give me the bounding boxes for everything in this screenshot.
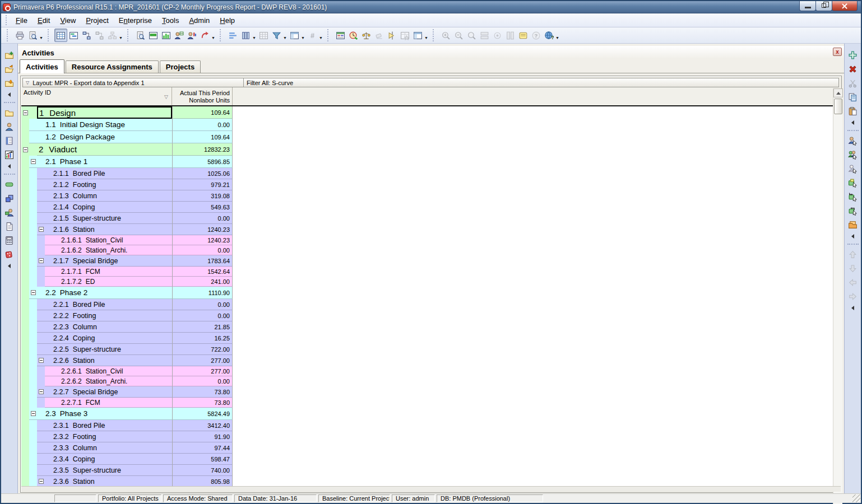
resource-usage-button[interactable] bbox=[173, 29, 186, 42]
collapse-toolbar-button[interactable] bbox=[1, 92, 17, 97]
actual-this-period-nonlabor-units-cell[interactable]: 740.00 bbox=[172, 465, 233, 476]
activity-id-cell[interactable]: 2.2.6Station bbox=[37, 355, 172, 366]
actual-this-period-nonlabor-units-cell[interactable]: 73.80 bbox=[172, 386, 233, 398]
level-resources-button[interactable] bbox=[360, 29, 373, 42]
table-row[interactable]: 2.2.6.2Station_Archi.0.00 bbox=[21, 376, 233, 386]
table-row[interactable]: 2.2.6Station277.00 bbox=[21, 355, 233, 366]
actual-this-period-nonlabor-units-cell[interactable]: 1110.90 bbox=[172, 287, 233, 299]
copy-button[interactable] bbox=[846, 90, 860, 104]
menu-help[interactable]: Help bbox=[215, 15, 240, 26]
actual-this-period-nonlabor-units-cell[interactable]: 1240.23 bbox=[172, 224, 233, 235]
activity-id-cell[interactable]: 2.2.4Coping bbox=[37, 333, 172, 344]
collapse-expander[interactable] bbox=[39, 389, 44, 394]
online-help-button[interactable]: ? bbox=[543, 29, 555, 42]
actual-this-period-nonlabor-units-cell[interactable]: 1025.06 bbox=[172, 168, 233, 179]
menu-file[interactable]: File bbox=[11, 15, 33, 26]
collapse-expander[interactable] bbox=[39, 258, 44, 263]
activity-id-cell[interactable]: 1.1Initial Design Stage bbox=[29, 119, 172, 131]
table-row[interactable]: 2.3.6Station805.98 bbox=[21, 476, 233, 487]
activity-id-cell[interactable]: 2.1.4Coping bbox=[37, 202, 172, 213]
activity-id-cell[interactable]: 2.3Phase 3 bbox=[29, 408, 172, 420]
actual-this-period-nonlabor-units-cell[interactable]: 319.08 bbox=[172, 190, 233, 202]
table-row[interactable]: 2.1.6.2Station_Archi.0.00 bbox=[21, 245, 233, 255]
tab-resource-assignments[interactable]: Resource Assignments bbox=[66, 60, 159, 73]
table-row[interactable]: 2.3.5Super-structure740.00 bbox=[21, 465, 233, 476]
group-and-sort-button[interactable] bbox=[226, 29, 239, 42]
columns-button[interactable] bbox=[239, 29, 252, 42]
collapse-toolbar-button[interactable] bbox=[845, 234, 861, 239]
close-window-button[interactable] bbox=[832, 1, 858, 11]
collapse-expander[interactable] bbox=[23, 147, 28, 152]
actual-this-period-nonlabor-units-cell[interactable]: 979.21 bbox=[172, 179, 233, 190]
bars-button[interactable] bbox=[147, 29, 160, 42]
collapse-expander[interactable] bbox=[31, 290, 36, 295]
wbs-button[interactable] bbox=[3, 192, 16, 205]
assign-resources-button[interactable] bbox=[846, 134, 860, 147]
activities-button[interactable] bbox=[3, 178, 16, 191]
actual-this-period-nonlabor-units-cell[interactable]: 549.63 bbox=[172, 202, 233, 213]
table-row[interactable]: 2Viaduct12832.23 bbox=[21, 143, 233, 156]
table-row[interactable]: 2.2.6.1Station_Civil277.00 bbox=[21, 366, 233, 376]
reorganize-button[interactable] bbox=[198, 29, 211, 42]
actual-this-period-nonlabor-units-cell[interactable]: 0.00 bbox=[172, 376, 233, 386]
new-project-button[interactable] bbox=[3, 48, 16, 62]
paste-button[interactable] bbox=[846, 104, 860, 118]
table-row[interactable]: 2.1.1Bored Pile1025.06 bbox=[21, 168, 233, 179]
wbs-chart-dropdown-caret[interactable]: ▼ bbox=[119, 31, 124, 40]
assign-roles-button[interactable] bbox=[846, 162, 860, 175]
activity-id-cell[interactable]: 2.1.7Special Bridge bbox=[37, 255, 172, 267]
collapse-expander[interactable] bbox=[31, 159, 36, 164]
menu-enterprise[interactable]: Enterprise bbox=[114, 15, 157, 26]
activity-id-cell[interactable]: 2.3.5Super-structure bbox=[37, 465, 172, 476]
activity-id-cell[interactable]: 2.2Phase 2 bbox=[29, 287, 172, 299]
table-row[interactable]: 2.3.1Bored Pile3412.40 bbox=[21, 420, 233, 431]
activity-id-cell[interactable]: 2.1.7.1FCM bbox=[45, 267, 172, 277]
table-row[interactable]: 2.2.5Super-structure722.00 bbox=[21, 344, 233, 355]
collapse-expander[interactable] bbox=[23, 110, 28, 115]
table-row[interactable]: 2.3Phase 35824.49 bbox=[21, 408, 233, 420]
actual-this-period-nonlabor-units-cell[interactable]: 21.85 bbox=[172, 321, 233, 333]
table-row[interactable]: 2.2.7Special Bridge73.80 bbox=[21, 386, 233, 398]
table-row[interactable]: 2.2Phase 21110.90 bbox=[21, 287, 233, 299]
assign-steps-button[interactable] bbox=[846, 218, 860, 231]
activity-id-cell[interactable]: 2.1.6Station bbox=[37, 224, 172, 235]
table-row[interactable]: 2.2.2Footing0.00 bbox=[21, 310, 233, 321]
group-layout-button[interactable] bbox=[411, 29, 424, 42]
actual-this-period-nonlabor-units-cell[interactable]: 91.90 bbox=[172, 431, 233, 442]
actual-this-period-nonlabor-units-cell[interactable]: 277.00 bbox=[172, 355, 233, 366]
table-row[interactable]: 2.1.7.1FCM1542.64 bbox=[21, 267, 233, 277]
find-button[interactable] bbox=[134, 29, 147, 42]
actual-this-period-nonlabor-units-cell[interactable]: 805.98 bbox=[172, 476, 233, 487]
actual-this-period-nonlabor-units-cell[interactable]: 1240.23 bbox=[172, 235, 233, 245]
resource-profile-button[interactable] bbox=[186, 29, 198, 42]
activity-id-cell[interactable]: 2.3.4Coping bbox=[37, 454, 172, 465]
table-row[interactable]: 2.1.7.2ED241.00 bbox=[21, 277, 233, 287]
actual-this-period-nonlabor-units-cell[interactable]: 3412.40 bbox=[172, 420, 233, 431]
collapse-expander[interactable] bbox=[39, 358, 44, 363]
panel-close-button[interactable]: x bbox=[833, 48, 842, 56]
actual-this-period-nonlabor-units-cell[interactable]: 1542.64 bbox=[172, 267, 233, 277]
actual-this-period-nonlabor-units-cell[interactable]: 5896.85 bbox=[172, 156, 233, 168]
collapse-toolbar-button[interactable] bbox=[1, 164, 17, 169]
layout-options-button[interactable] bbox=[288, 29, 301, 42]
actual-this-period-nonlabor-units-cell[interactable]: 97.44 bbox=[172, 442, 233, 454]
assign-activity-codes-button[interactable] bbox=[846, 176, 860, 189]
activity-id-cell[interactable]: 2.2.7Special Bridge bbox=[37, 386, 172, 398]
gantt-chart-view-button[interactable] bbox=[67, 29, 80, 42]
actual-this-period-nonlabor-units-cell[interactable]: 0.00 bbox=[172, 119, 233, 131]
activity-id-cell[interactable]: 2.2.5Super-structure bbox=[37, 344, 172, 355]
resources-button[interactable] bbox=[3, 120, 16, 133]
collapse-expander[interactable] bbox=[39, 479, 44, 484]
progress-spotlight-button[interactable] bbox=[386, 29, 398, 42]
menu-admin[interactable]: Admin bbox=[184, 15, 215, 26]
table-row[interactable]: 2.1.6.1Station_Civil1240.23 bbox=[21, 235, 233, 245]
resize-grip[interactable] bbox=[852, 494, 860, 502]
schedule-button[interactable] bbox=[347, 29, 360, 42]
table-view-button[interactable] bbox=[54, 29, 67, 42]
table-row[interactable]: 2.2.3Column21.85 bbox=[21, 321, 233, 333]
table-row[interactable]: 2.1Phase 15896.85 bbox=[21, 156, 233, 168]
expenses-button[interactable] bbox=[3, 234, 16, 247]
activity-id-cell[interactable]: 2.2.6.1Station_Civil bbox=[45, 366, 172, 376]
activity-id-cell[interactable]: 2.3.6Station bbox=[37, 476, 172, 487]
table-row[interactable]: 2.1.2Footing979.21 bbox=[21, 179, 233, 190]
